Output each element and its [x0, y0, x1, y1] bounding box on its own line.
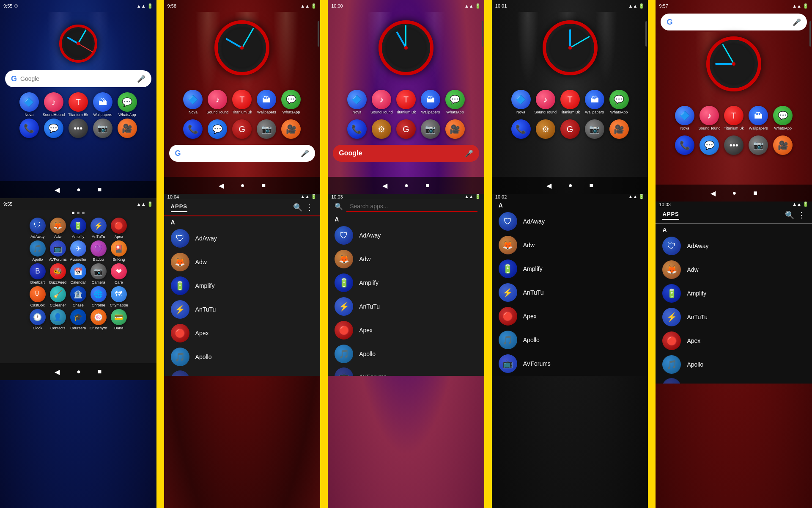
list-search-3[interactable] [346, 201, 477, 212]
app-phone[interactable]: 📞 [18, 119, 40, 139]
recents-btn-5[interactable]: ■ [753, 189, 757, 197]
grid-avforums[interactable]: 📺 AVForums [49, 240, 67, 262]
grid-dana[interactable]: 💳 Dana [110, 309, 128, 330]
apps-tab-5[interactable]: APPS [662, 211, 679, 220]
home-btn-2[interactable]: ● [241, 182, 245, 189]
back-btn-5[interactable]: ◀ [710, 189, 716, 197]
app-phone-2[interactable]: 📞 [182, 119, 204, 139]
grid-briking[interactable]: 🎴 BriKing [110, 240, 128, 262]
grid-adw[interactable]: 🦊 Adw [49, 218, 67, 239]
grid-camera[interactable]: 📷 Camera [90, 263, 107, 284]
app-whatsapp-1[interactable]: 💬 WhatsApp [116, 92, 138, 117]
app-vid3[interactable]: 🎥 [444, 119, 466, 139]
search-input-1[interactable] [20, 75, 134, 82]
home-btn-5[interactable]: ● [732, 189, 737, 197]
app-ti-4[interactable]: TTitanium Bk [559, 90, 581, 114]
grid-coursera[interactable]: 🎓 Coursera [69, 309, 87, 330]
app-cam3[interactable]: 📷 [420, 119, 442, 139]
app-wa-4[interactable]: 💬WhatsApp [608, 90, 630, 114]
grid-care[interactable]: ❤ Care [110, 263, 128, 284]
list-item-apollo-2[interactable]: 🎵 Apollo [164, 345, 321, 369]
app-ms-3[interactable]: ⚙ [370, 119, 392, 139]
mic-icon-5[interactable]: 🎤 [793, 18, 801, 26]
grid-breitbart[interactable]: B Breitbart [29, 263, 47, 284]
app-vid-dock[interactable]: 🎥 [116, 119, 138, 139]
search-input-5[interactable] [676, 19, 789, 25]
list-apex-3[interactable]: 🔴 Apex [328, 318, 484, 342]
grid-apex[interactable]: 🔴 Apex [110, 218, 128, 239]
list-adw-3[interactable]: 🦊 Adw [328, 247, 484, 271]
home-btn-1[interactable]: ● [77, 186, 81, 193]
search-icon-5[interactable]: 🔍 [785, 210, 794, 220]
list-item-adw-2[interactable]: 🦊 Adw [164, 250, 321, 274]
back-btn-2[interactable]: ◀ [219, 182, 224, 190]
app-gg-3[interactable]: G [395, 119, 417, 139]
app-nova-3[interactable]: 🔷Nova [346, 90, 368, 114]
recents-btn-1[interactable]: ■ [98, 186, 102, 193]
grid-castbox[interactable]: 🎙 CastBox [29, 286, 47, 307]
grid-antutu[interactable]: ⚡ AnTuTu [90, 218, 107, 239]
app-soundhound[interactable]: ♪ SoundHound [43, 92, 65, 117]
app-wallpapers-2[interactable]: 🏔 Wallpapers [255, 90, 277, 114]
home-btn-1b[interactable]: ● [77, 368, 81, 375]
grid-clock[interactable]: 🕐 Clock [29, 309, 47, 330]
recents-btn-3[interactable]: ■ [425, 182, 430, 189]
list-item-antutu-2[interactable]: ⚡ AnTuTu [164, 298, 321, 321]
list-adaway-3[interactable]: 🛡 AdAway [328, 224, 484, 247]
search-bar-5[interactable]: G 🎤 [661, 14, 807, 30]
grid-adaway[interactable]: 🛡 AdAway [29, 218, 47, 239]
app-ph-3[interactable]: 📞 [346, 119, 368, 139]
recents-btn-4[interactable]: ■ [590, 182, 594, 189]
app-whatsapp-2[interactable]: 💬 WhatsApp [280, 90, 302, 114]
recents-btn-4b[interactable]: ■ [590, 376, 594, 376]
list-adaway-4[interactable]: 🛡 AdAway [492, 210, 648, 233]
back-btn-4b[interactable]: ◀ [546, 375, 551, 376]
app-vid-2[interactable]: 🎥 [280, 119, 302, 139]
app-ti-3[interactable]: TTitanium Bk [395, 90, 417, 114]
search-input-2[interactable] [184, 150, 298, 157]
search-icon-2[interactable]: 🔍 [293, 203, 302, 212]
grid-citymapper[interactable]: 🗺 Citymapper [110, 286, 128, 307]
recents-btn-1b[interactable]: ■ [98, 368, 102, 375]
list-adw-5[interactable]: 🦊 Adw [656, 258, 812, 282]
list-adaway-5[interactable]: 🛡 AdAway [656, 234, 812, 258]
app-wa-3[interactable]: 💬WhatsApp [444, 90, 466, 114]
app-dots[interactable]: ••• [67, 119, 89, 139]
list-antutu-3[interactable]: ⚡ AnTuTu [328, 295, 484, 318]
grid-buzzfeed[interactable]: 🐝 BuzzFeed [49, 263, 67, 284]
list-amplify-3[interactable]: 🔋 Amplify [328, 271, 484, 295]
home-btn-4[interactable]: ● [568, 182, 573, 189]
app-nova[interactable]: 🔷 Nova [18, 92, 40, 117]
home-btn-4b[interactable]: ● [568, 376, 573, 376]
mic-icon-1[interactable]: 🎤 [137, 75, 145, 83]
list-amplify-5[interactable]: 🔋 Amplify [656, 282, 812, 305]
recents-btn-2[interactable]: ■ [261, 182, 266, 189]
grid-contacts[interactable]: 👤 Contacts [49, 309, 67, 330]
app-sh-4[interactable]: ♪SoundHound [535, 90, 557, 114]
app-msg[interactable]: 💬 [43, 119, 65, 139]
mic-icon-2[interactable]: 🎤 [301, 149, 309, 157]
list-item-apex-2[interactable]: 🔴 Apex [164, 321, 321, 345]
search-wrap-3[interactable]: 🔍 [328, 199, 484, 213]
list-adw-4[interactable]: 🦊 Adw [492, 233, 648, 257]
home-btn-3[interactable]: ● [404, 182, 409, 189]
search-bar-2[interactable]: G 🎤 [169, 145, 315, 162]
list-apex-4[interactable]: 🔴 Apex [492, 304, 648, 328]
list-apollo-3[interactable]: 🎵 Apollo [328, 342, 484, 366]
grid-crunchyroll[interactable]: 🍥 Crunchyroll [90, 309, 107, 330]
back-btn-4[interactable]: ◀ [546, 182, 551, 190]
app-cam-dock[interactable]: 📷 [92, 119, 114, 139]
app-cam2-2[interactable]: 📷 [255, 119, 277, 139]
grid-chase[interactable]: 🏦 Chase [69, 286, 87, 307]
list-antutu-5[interactable]: ⚡ AnTuTu [656, 305, 812, 329]
grid-aviaseller[interactable]: ✈ Aviaseller [69, 240, 87, 262]
app-msg-2[interactable]: 💬 [206, 119, 228, 139]
search-bar-3[interactable]: Google 🎤 [333, 145, 479, 162]
list-apex-5[interactable]: 🔴 Apex [656, 329, 812, 353]
list-apollo-4[interactable]: 🎵 Apollo [492, 328, 648, 352]
back-btn-1[interactable]: ◀ [55, 186, 60, 194]
list-item-adaway-2[interactable]: 🛡 AdAway [164, 226, 321, 250]
app-wp-3[interactable]: 🏔Wallpapers [420, 90, 442, 114]
app-wp-4[interactable]: 🏔Wallpapers [584, 90, 606, 114]
grid-chrome[interactable]: 🌐 Chrome [90, 286, 107, 307]
